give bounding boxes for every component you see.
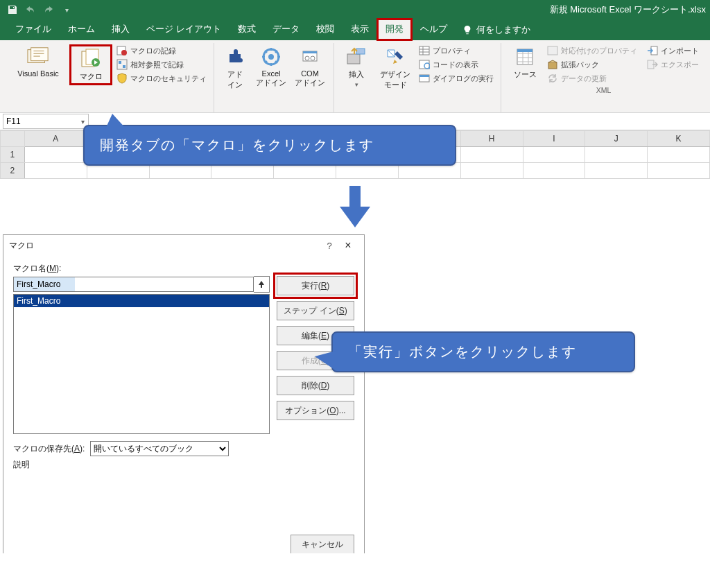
insert-control-button[interactable]: 挿入 ▾ [340, 44, 373, 89]
com-addins-label: COM アドイン [295, 69, 325, 88]
svg-rect-22 [419, 75, 429, 77]
run-button[interactable]: 実行(R) [277, 276, 354, 295]
com-addins-button[interactable]: COM アドイン [292, 44, 328, 89]
export-button: エクスポー [646, 58, 700, 71]
callout-run-click-text: 「実行」ボタンをクリックします [348, 344, 577, 359]
name-box[interactable] [3, 114, 89, 129]
svg-rect-13 [303, 51, 317, 53]
relative-ref-icon [116, 59, 128, 70]
excel-addins-button[interactable]: Excel アドイン [253, 44, 289, 89]
svg-rect-16 [347, 54, 360, 64]
expansion-pack-icon [547, 59, 558, 70]
cancel-button[interactable]: キャンセル [291, 535, 354, 553]
group-xml-label: XML [507, 85, 700, 94]
refresh-icon [547, 73, 558, 84]
design-mode-icon [384, 46, 406, 68]
range-selector-icon[interactable] [254, 276, 270, 293]
refresh-data-button: データの更新 [546, 72, 639, 85]
source-button[interactable]: ソース [507, 44, 543, 81]
view-code-button[interactable]: コードの表示 [417, 58, 495, 71]
dialog-title: マクロ [9, 240, 321, 252]
svg-point-11 [268, 54, 274, 60]
redo-icon[interactable] [43, 4, 54, 15]
col-header[interactable]: K [648, 131, 710, 147]
macro-security-button[interactable]: マクロのセキュリティ [115, 72, 208, 85]
tab-help[interactable]: ヘルプ [412, 19, 456, 40]
ribbon-tabs: ファイル ホーム 挿入 ページ レイアウト 数式 データ 校閲 表示 開発 ヘル… [0, 19, 710, 40]
description-label: 説明 [13, 459, 354, 471]
dialog-close-button[interactable]: × [338, 239, 358, 252]
undo-icon[interactable] [25, 4, 36, 15]
properties-icon [419, 45, 430, 56]
select-all-corner[interactable] [1, 131, 25, 147]
source-icon [514, 46, 536, 68]
visual-basic-label: Visual Basic [17, 69, 59, 78]
macro-list[interactable]: First_Macro [13, 294, 270, 434]
macro-dialog: マクロ ? × マクロ名(M): [3, 234, 365, 553]
map-properties-button: 対応付けのプロパティ [546, 44, 639, 57]
view-code-icon [419, 59, 430, 70]
options-button[interactable]: オプション(O)... [277, 401, 354, 420]
tellme-search[interactable]: 何をしますか [456, 19, 537, 40]
design-mode-button[interactable]: デザイン モード [376, 44, 415, 92]
tab-insert[interactable]: 挿入 [103, 19, 138, 40]
run-dialog-button[interactable]: ダイアログの実行 [417, 72, 495, 85]
insert-control-label: 挿入 [349, 69, 364, 80]
macro-security-icon [116, 73, 128, 84]
tab-developer[interactable]: 開発 [377, 19, 412, 40]
relative-ref-button[interactable]: 相対参照で記録 [115, 58, 208, 71]
visual-basic-button[interactable]: Visual Basic [10, 44, 67, 79]
macro-button-highlight: マクロ [69, 44, 112, 85]
addins-button[interactable]: アド イン [220, 44, 250, 92]
design-mode-label: デザイン モード [380, 69, 410, 90]
macro-store-select[interactable]: 開いているすべてのブック [90, 441, 229, 456]
chevron-down-icon: ▾ [355, 81, 358, 88]
row-header[interactable]: 1 [1, 147, 25, 163]
tab-home[interactable]: ホーム [60, 19, 103, 40]
properties-button[interactable]: プロパティ [417, 44, 495, 57]
visual-basic-icon [27, 46, 49, 68]
svg-point-6 [121, 50, 127, 55]
tab-review[interactable]: 校閲 [308, 19, 343, 40]
svg-rect-8 [119, 61, 121, 64]
export-label: エクスポー [661, 60, 699, 70]
svg-rect-24 [517, 49, 532, 52]
col-header[interactable]: H [460, 131, 523, 147]
tab-pagelayout[interactable]: ページ レイアウト [138, 19, 230, 40]
expansion-pack-button[interactable]: 拡張パック [546, 58, 639, 71]
record-macro-button[interactable]: マクロの記録 [115, 44, 208, 57]
svg-rect-1 [31, 48, 48, 61]
delete-button[interactable]: 削除(D) [277, 376, 354, 395]
save-icon[interactable] [7, 4, 18, 15]
map-properties-icon [547, 45, 558, 56]
view-code-label: コードの表示 [433, 60, 478, 70]
callout-macro-click: 開発タブの「マクロ」をクリックします [83, 125, 456, 166]
qat-customize-icon[interactable]: ▾ [61, 4, 72, 15]
macro-name-input[interactable] [13, 277, 254, 292]
source-label: ソース [514, 69, 537, 80]
map-properties-label: 対応付けのプロパティ [561, 46, 637, 56]
tab-formulas[interactable]: 数式 [230, 19, 264, 40]
row-header[interactable]: 2 [1, 163, 25, 179]
dialog-help-button[interactable]: ? [321, 241, 338, 251]
step-in-button[interactable]: ステップ イン(S) [277, 301, 354, 320]
macro-name-label: マクロ名(M): [13, 263, 354, 275]
import-button[interactable]: インポート [646, 44, 700, 57]
col-header[interactable]: A [24, 131, 87, 147]
run-dialog-icon [419, 73, 430, 84]
macros-label: マクロ [80, 71, 103, 82]
macros-button[interactable]: マクロ [73, 46, 109, 83]
tab-file[interactable]: ファイル [7, 19, 60, 40]
run-dialog-label: ダイアログの実行 [433, 74, 494, 84]
macro-list-item[interactable]: First_Macro [14, 295, 269, 307]
flow-arrow-icon [338, 186, 372, 227]
svg-rect-25 [548, 46, 557, 55]
tab-data[interactable]: データ [264, 19, 308, 40]
com-addins-icon [299, 46, 321, 68]
col-header[interactable]: J [585, 131, 648, 147]
ribbon: Visual Basic マクロ マクロの記録 [0, 40, 710, 113]
col-header[interactable]: I [523, 131, 585, 147]
macro-security-label: マクロのセキュリティ [130, 74, 207, 84]
tab-view[interactable]: 表示 [343, 19, 377, 40]
refresh-data-label: データの更新 [561, 74, 607, 84]
